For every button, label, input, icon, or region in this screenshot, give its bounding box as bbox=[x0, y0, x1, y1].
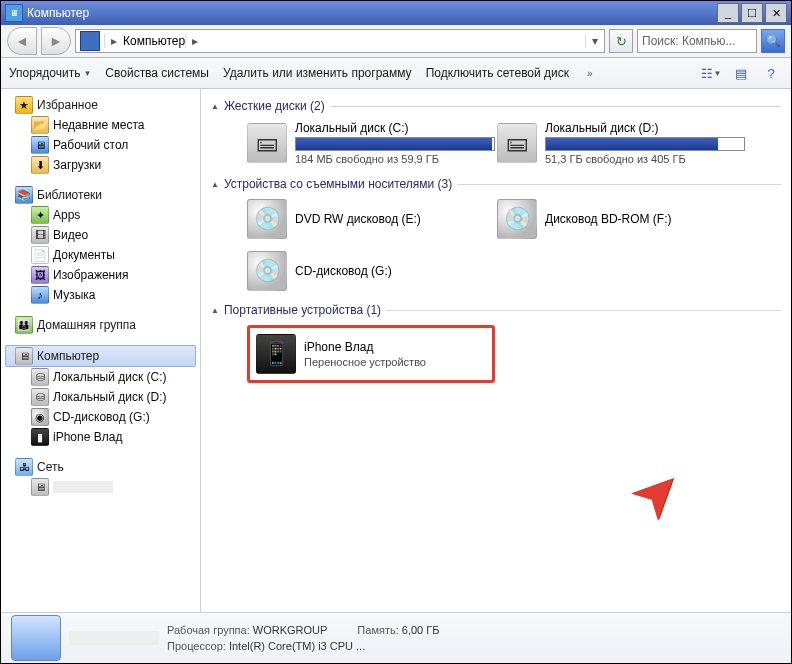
computer-icon bbox=[80, 31, 100, 51]
sidebar-drive-d[interactable]: ⛁ Локальный диск (D:) bbox=[5, 387, 196, 407]
downloads-icon: ⬇ bbox=[31, 156, 49, 174]
optical-icon: ◉ bbox=[31, 408, 49, 426]
toolbar-overflow[interactable]: » bbox=[583, 68, 597, 79]
breadcrumb-dropdown[interactable]: ▸ bbox=[185, 34, 204, 48]
computer-icon: 🖥 bbox=[5, 4, 23, 22]
pc-icon: 🖥 bbox=[31, 478, 49, 496]
sidebar-drive-c[interactable]: ⛁ Локальный диск (C:) bbox=[5, 367, 196, 387]
sidebar-network-pc[interactable]: 🖥 bbox=[5, 477, 196, 497]
homegroup-icon: 👪 bbox=[15, 316, 33, 334]
chevron-down-icon: ▲ bbox=[211, 306, 219, 315]
sidebar-iphone[interactable]: ▮ iPhone Влад bbox=[5, 427, 196, 447]
meter-fill bbox=[296, 138, 492, 150]
nav-forward-button[interactable]: ► bbox=[41, 27, 71, 55]
section-removable[interactable]: ▲ Устройства со съемными носителями (3) bbox=[211, 177, 781, 191]
search-input[interactable]: Поиск: Компью... bbox=[637, 29, 757, 53]
sidebar-item-label: Музыка bbox=[53, 288, 95, 302]
address-bar[interactable]: ▸ Компьютер ▸ ▾ bbox=[75, 29, 605, 53]
close-button[interactable]: ✕ bbox=[765, 3, 787, 23]
details-pane: Рабочая группа: WORKGROUP Память: 6,00 Г… bbox=[1, 612, 791, 663]
annotation-arrow: ➤ bbox=[614, 450, 699, 535]
help-button[interactable]: ? bbox=[759, 62, 783, 84]
sidebar-item-label: Загрузки bbox=[53, 158, 101, 172]
device-iphone[interactable]: 📱 iPhone Влад Переносное устройство bbox=[256, 334, 486, 374]
search-button[interactable]: 🔍 bbox=[761, 29, 785, 53]
space-meter bbox=[545, 137, 745, 151]
desktop-icon: 🖥 bbox=[31, 136, 49, 154]
sidebar-item-label: Видео bbox=[53, 228, 88, 242]
workgroup-value: WORKGROUP bbox=[253, 624, 328, 636]
bdrom-icon: 💿 bbox=[497, 199, 537, 239]
sidebar-item-label: Рабочий стол bbox=[53, 138, 128, 152]
sidebar-item-label: iPhone Влад bbox=[53, 430, 122, 444]
drive-dvd[interactable]: 💿 DVD RW дисковод (E:) bbox=[247, 199, 477, 239]
hdd-icon: ⛁ bbox=[31, 388, 49, 406]
sidebar-computer[interactable]: 🖥 Компьютер bbox=[5, 345, 196, 367]
device-name: iPhone Влад bbox=[304, 340, 426, 354]
breadcrumb-item[interactable]: Компьютер bbox=[123, 34, 185, 48]
address-history-dropdown[interactable]: ▾ bbox=[585, 34, 604, 48]
sidebar-item-video[interactable]: 🎞 Видео bbox=[5, 225, 196, 245]
organize-menu[interactable]: Упорядочить ▼ bbox=[9, 66, 91, 80]
sidebar-item-label: Недавние места bbox=[53, 118, 144, 132]
computer-icon: 🖥 bbox=[15, 347, 33, 365]
apps-icon: ✦ bbox=[31, 206, 49, 224]
hdd-icon: 🖴 bbox=[247, 123, 287, 163]
drive-cd[interactable]: 💿 CD-дисковод (G:) bbox=[247, 251, 477, 291]
drive-name: DVD RW дисковод (E:) bbox=[295, 212, 421, 226]
maximize-button[interactable]: ☐ bbox=[741, 3, 763, 23]
cpu-label: Процессор: bbox=[167, 640, 226, 652]
sidebar-favorites[interactable]: ★ Избранное bbox=[5, 95, 196, 115]
preview-pane-button[interactable]: ▤ bbox=[729, 62, 753, 84]
sidebar-libraries-label: Библиотеки bbox=[37, 188, 102, 202]
sidebar-homegroup[interactable]: 👪 Домашняя группа bbox=[5, 315, 196, 335]
sidebar-item-label: Документы bbox=[53, 248, 115, 262]
nav-bar: ◄ ► ▸ Компьютер ▸ ▾ ↻ Поиск: Компью... 🔍 bbox=[1, 25, 791, 58]
view-mode-button[interactable]: ☷▼ bbox=[699, 62, 723, 84]
map-network-drive-button[interactable]: Подключить сетевой диск bbox=[426, 66, 569, 80]
sidebar-item-music[interactable]: ♪ Музыка bbox=[5, 285, 196, 305]
sidebar-libraries[interactable]: 📚 Библиотеки bbox=[5, 185, 196, 205]
space-meter bbox=[295, 137, 495, 151]
sidebar-item-label bbox=[53, 481, 113, 493]
minimize-button[interactable]: _ bbox=[717, 3, 739, 23]
cpu-row: Процессор: Intel(R) Core(TM) i3 CPU ... bbox=[167, 640, 668, 652]
computer-name bbox=[69, 631, 159, 645]
titlebar: 🖥 Компьютер _ ☐ ✕ bbox=[1, 1, 791, 25]
drive-d[interactable]: 🖴 Локальный диск (D:) 51,3 ГБ свободно и… bbox=[497, 121, 727, 165]
breadcrumb-root[interactable]: ▸ bbox=[104, 34, 123, 48]
device-subtitle: Переносное устройство bbox=[304, 356, 426, 368]
cpu-value: Intel(R) Core(TM) i3 CPU ... bbox=[229, 640, 365, 652]
drive-bdrom[interactable]: 💿 Дисковод BD-ROM (F:) bbox=[497, 199, 727, 239]
star-icon: ★ bbox=[15, 96, 33, 114]
sidebar-item-apps[interactable]: ✦ Apps bbox=[5, 205, 196, 225]
sidebar-favorites-label: Избранное bbox=[37, 98, 98, 112]
chevron-down-icon: ▲ bbox=[211, 180, 219, 189]
cd-icon: 💿 bbox=[247, 251, 287, 291]
folder-icon: 📂 bbox=[31, 116, 49, 134]
workgroup-row: Рабочая группа: WORKGROUP bbox=[167, 624, 327, 636]
section-hdd[interactable]: ▲ Жесткие диски (2) bbox=[211, 99, 781, 113]
separator bbox=[457, 184, 781, 185]
sidebar-item-downloads[interactable]: ⬇ Загрузки bbox=[5, 155, 196, 175]
sidebar-item-documents[interactable]: 📄 Документы bbox=[5, 245, 196, 265]
nav-back-button[interactable]: ◄ bbox=[7, 27, 37, 55]
music-icon: ♪ bbox=[31, 286, 49, 304]
organize-label: Упорядочить bbox=[9, 66, 80, 80]
sidebar-network[interactable]: 🖧 Сеть bbox=[5, 457, 196, 477]
sidebar-drive-cd[interactable]: ◉ CD-дисковод (G:) bbox=[5, 407, 196, 427]
refresh-button[interactable]: ↻ bbox=[609, 29, 633, 53]
uninstall-program-button[interactable]: Удалить или изменить программу bbox=[223, 66, 412, 80]
separator bbox=[386, 310, 781, 311]
sidebar-item-recent[interactable]: 📂 Недавние места bbox=[5, 115, 196, 135]
section-portable[interactable]: ▲ Портативные устройства (1) bbox=[211, 303, 781, 317]
sidebar-homegroup-label: Домашняя группа bbox=[37, 318, 136, 332]
sidebar-item-desktop[interactable]: 🖥 Рабочий стол bbox=[5, 135, 196, 155]
drive-name: Локальный диск (D:) bbox=[545, 121, 745, 135]
system-properties-button[interactable]: Свойства системы bbox=[105, 66, 209, 80]
sidebar-item-images[interactable]: 🖼 Изображения bbox=[5, 265, 196, 285]
drive-c[interactable]: 🖴 Локальный диск (C:) 184 МБ свободно из… bbox=[247, 121, 477, 165]
content-pane[interactable]: ▲ Жесткие диски (2) 🖴 Локальный диск (C:… bbox=[201, 89, 791, 612]
sidebar: ★ Избранное 📂 Недавние места 🖥 Рабочий с… bbox=[1, 89, 201, 612]
window-title: Компьютер bbox=[27, 6, 715, 20]
